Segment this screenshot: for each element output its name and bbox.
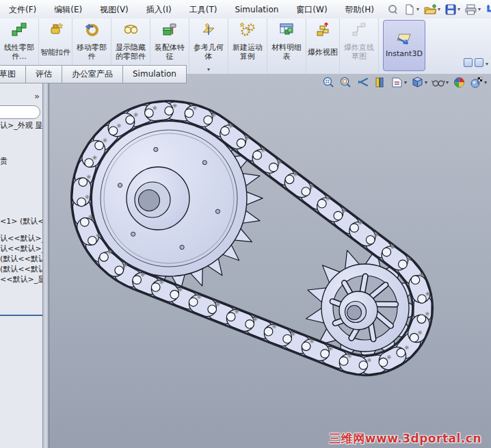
watermark: 三维网www.3dportal.cn	[329, 431, 481, 447]
tree-item[interactable]: (默认<<默认	[0, 254, 42, 264]
menu-view[interactable]: 视图(V)	[91, 1, 137, 18]
menu-help[interactable]: 帮助(H)	[336, 1, 383, 18]
zoom-to-fit-icon[interactable]	[321, 75, 336, 90]
chevron-down-icon[interactable]: ▾	[207, 67, 210, 73]
graphics-area[interactable]: ▾ ▾ ▾ ▾ ▾	[49, 74, 491, 448]
chevron-down-icon[interactable]: ▾	[486, 62, 488, 67]
section-view-icon[interactable]	[373, 75, 387, 90]
tree-item[interactable]: <1> (默认<<默	[0, 216, 42, 226]
tree-item[interactable]: <<默认>_显示	[0, 274, 42, 285]
instant3d-button[interactable]: Instant3D	[383, 20, 425, 71]
cmdbtn-reference-geometry[interactable]: 参考几何体 ▾	[189, 18, 228, 74]
cmdbtn-exploded-view[interactable]: 爆炸视图	[306, 18, 340, 74]
tab-evaluate[interactable]: 评估	[25, 65, 62, 83]
menu-tools[interactable]: 工具(T)	[181, 1, 226, 18]
explode-line-sketch-icon	[351, 21, 367, 38]
chevron-down-icon[interactable]: ▾	[416, 7, 419, 12]
tree-item[interactable]: (默认<<默认	[0, 264, 42, 274]
bill-of-materials-icon	[278, 21, 295, 38]
zoom-to-area-icon[interactable]	[339, 75, 353, 90]
feature-manager-panel: » 认>_外观 显示 贵 <1> (默认<<默 认<<默认>_显 认<<默认>_…	[0, 74, 42, 448]
solidworks-window: 文件(F) 编辑(E) 视图(V) 插入(I) 工具(T) Simulation…	[0, 0, 491, 448]
task-pane-icon[interactable]	[464, 58, 473, 67]
tab-simulation[interactable]: Simulation	[122, 65, 187, 83]
panel-divider	[0, 315, 42, 316]
standard-toolbar: ▾ ▾ ▾ ▾ ▾ ▾	[402, 2, 491, 17]
commandmanager-tabs: 草图 评估 办公室产品 Simulation	[0, 65, 187, 83]
tree-filter-input[interactable]	[0, 105, 40, 119]
new-document-icon[interactable]: ▾	[402, 3, 421, 16]
cmdbtn-explode-line-sketch[interactable]: 爆炸直线草图	[340, 18, 379, 74]
chevron-down-icon[interactable]: ▾	[438, 7, 440, 12]
apply-scene-icon[interactable]: ▾	[469, 75, 488, 90]
chevron-down-icon[interactable]: ▾	[478, 7, 481, 12]
move-component-icon	[83, 21, 100, 38]
tree-item[interactable]: 贵	[0, 156, 42, 166]
cmdbtn-new-motion-study[interactable]: 新建运动算例	[228, 18, 267, 74]
assembly-features-icon	[161, 21, 178, 38]
reference-geometry-icon	[200, 21, 217, 38]
instant3d-icon	[395, 33, 413, 47]
chevron-down-icon[interactable]: ▾	[425, 80, 427, 85]
3d-drawing-view-icon[interactable]: ▾	[390, 75, 408, 90]
commandmanager-corner[interactable]: ▾	[464, 18, 491, 74]
tree-item[interactable]: 认<<默认>_显	[0, 243, 42, 254]
menu-insert[interactable]: 插入(I)	[137, 1, 181, 18]
tab-sketch[interactable]: 草图	[0, 65, 26, 83]
panel-collapse-chevron[interactable]: »	[34, 92, 40, 101]
task-pane-icon[interactable]	[475, 58, 483, 67]
open-document-icon[interactable]: ▾	[422, 3, 442, 16]
smart-fasteners-icon	[47, 21, 64, 38]
tab-office-products[interactable]: 办公室产品	[62, 65, 123, 83]
chevron-down-icon[interactable]: ▾	[484, 80, 487, 85]
menu-bar: 文件(F) 编辑(E) 视图(V) 插入(I) 工具(T) Simulation…	[0, 0, 491, 19]
heads-up-view-toolbar: ▾ ▾ ▾ ▾ ▾	[321, 75, 491, 90]
edit-appearance-icon[interactable]	[452, 75, 466, 90]
pin-icon[interactable]	[387, 4, 398, 15]
chevron-down-icon[interactable]: ▾	[404, 80, 407, 85]
show-hidden-components-icon	[122, 21, 139, 38]
chevron-down-icon[interactable]: ▾	[446, 80, 449, 85]
save-icon[interactable]: ▾	[443, 3, 462, 16]
new-motion-study-icon	[239, 21, 256, 38]
exploded-view-icon	[315, 21, 331, 38]
panel-splitter[interactable]	[42, 74, 49, 448]
tree-item[interactable]: 认<<默认>_显	[0, 233, 42, 243]
menu-edit[interactable]: 编辑(E)	[45, 1, 91, 18]
chain-drive-model[interactable]	[49, 74, 491, 448]
menu-window[interactable]: 窗口(W)	[287, 1, 336, 18]
main-area: » 认>_外观 显示 贵 <1> (默认<<默 认<<默认>_显 认<<默认>_…	[0, 74, 491, 448]
chevron-down-icon[interactable]: ▾	[457, 7, 460, 12]
menu-file[interactable]: 文件(F)	[0, 1, 45, 18]
menu-simulation[interactable]: Simulation	[226, 1, 287, 18]
print-icon[interactable]: ▾	[463, 3, 482, 16]
display-style-icon[interactable]: ▾	[431, 75, 449, 90]
view-orientation-icon[interactable]: ▾	[410, 75, 428, 90]
tree-item[interactable]: 认>_外观 显示	[0, 120, 42, 131]
linear-component-pattern-icon	[11, 21, 27, 38]
cmdbtn-bill-of-materials[interactable]: 材料明细表	[267, 18, 306, 74]
previous-view-icon[interactable]	[356, 75, 370, 90]
undo-icon[interactable]: ▾	[483, 3, 491, 16]
